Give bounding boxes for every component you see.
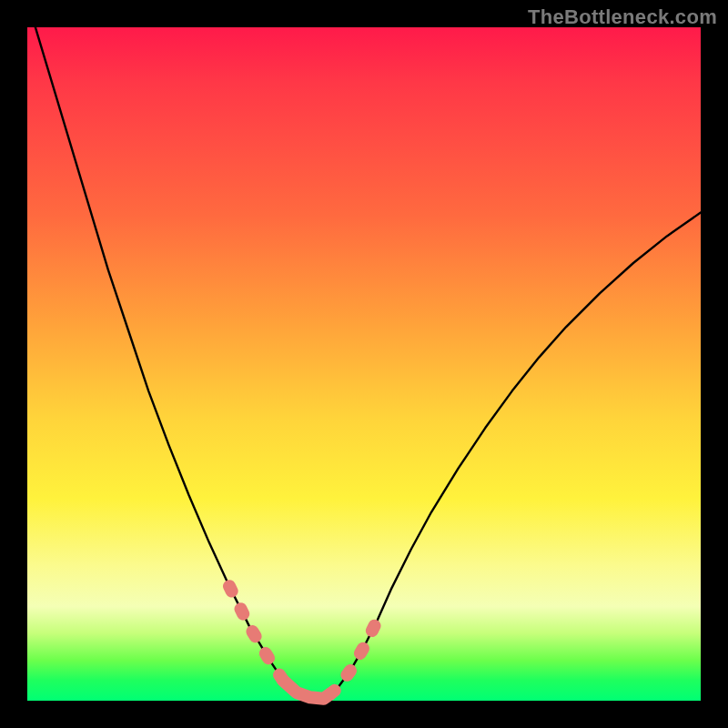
curve-left-line <box>27 0 324 698</box>
highlight-bottom-line <box>283 681 330 699</box>
watermark-text: TheBottleneck.com <box>528 5 717 29</box>
plot-area <box>27 27 701 701</box>
highlight-right-line <box>330 620 378 693</box>
curve-layer <box>27 27 701 701</box>
chart-frame: TheBottleneck.com <box>0 0 728 728</box>
